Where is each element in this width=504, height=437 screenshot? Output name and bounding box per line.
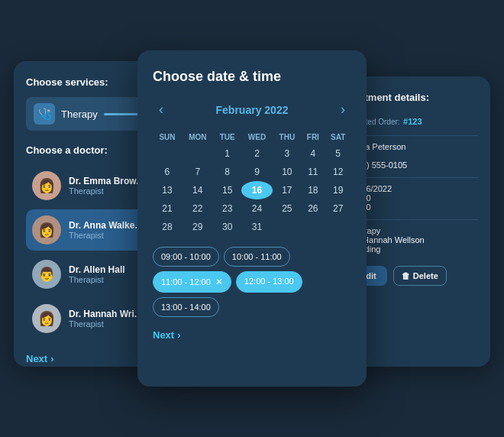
calendar-day-27[interactable]: 27: [325, 199, 351, 218]
time-slots: 09:00 - 10:00 10:00 - 11:00 11:00 - 12:0…: [153, 247, 351, 317]
appt-actions: Edit 🗑 Delete: [350, 266, 478, 286]
doctor-name-emma: Dr. Emma Brow...: [69, 176, 144, 186]
calendar-day-1[interactable]: 1: [214, 144, 241, 163]
related-order-value[interactable]: #123: [403, 117, 422, 126]
calendar-day-29[interactable]: 29: [182, 218, 214, 236]
weekday-sun: SUN: [153, 130, 182, 144]
timeslot-1100-label: 11:00 - 12:00: [161, 277, 211, 286]
calendar-day-3[interactable]: 3: [273, 144, 301, 163]
left-next-label: Next: [26, 353, 47, 364]
calendar-empty-cell: [182, 144, 214, 163]
appt-doctor: Dr. Hannah Wellson: [350, 235, 478, 244]
patient-id: 156: [350, 151, 478, 160]
right-arrow-icon: ›: [50, 353, 53, 364]
avatar-emma: 👩: [32, 171, 61, 200]
appt-service-type: Therapy: [350, 226, 478, 235]
doctor-name-anna: Dr. Anna Walke...: [69, 220, 142, 231]
calendar-day-31[interactable]: 31: [241, 218, 273, 236]
calendar-day-26[interactable]: 26: [301, 199, 325, 218]
timeslot-1200[interactable]: 12:00 - 13:00: [236, 271, 302, 293]
calendar-day-19[interactable]: 19: [325, 181, 351, 199]
calendar-day-15[interactable]: 15: [214, 181, 241, 199]
divider-3: [350, 219, 478, 220]
date-time-modal: Choose date & time ‹ February 2022 › SUN…: [137, 50, 367, 387]
avatar-hannah: 👩: [32, 304, 61, 333]
patient-phone: (303) 555-0105: [350, 160, 478, 170]
calendar-day-8[interactable]: 8: [214, 163, 241, 181]
doctor-role-hannah: Therapist: [69, 319, 142, 329]
calendar-day-18[interactable]: 18: [301, 181, 325, 199]
weekday-mon: MON: [182, 130, 214, 144]
calendar-empty-cell: [273, 218, 301, 236]
calendar-day-4[interactable]: 4: [301, 144, 325, 163]
doctor-role-emma: Therapist: [69, 186, 144, 196]
avatar-allen: 👨: [32, 260, 61, 289]
calendar-header: ‹ February 2022 ›: [153, 100, 351, 119]
doctor-name-hannah: Dr. Hannah Wri...: [69, 309, 142, 319]
calendar-day-11[interactable]: 11: [301, 163, 325, 181]
calendar-day-30[interactable]: 30: [214, 218, 241, 236]
prev-month-button[interactable]: ‹: [153, 100, 170, 119]
modal-title: Choose date & time: [153, 69, 351, 85]
timeslot-1100[interactable]: 11:00 - 12:00 ✕: [153, 271, 231, 293]
calendar-day-28[interactable]: 28: [153, 218, 182, 236]
next-month-button[interactable]: ›: [334, 100, 351, 119]
calendar-day-17[interactable]: 17: [273, 181, 301, 199]
doctor-role-allen: Therapist: [69, 275, 125, 284]
timeslot-0900[interactable]: 09:00 - 10:00: [153, 247, 219, 267]
appt-card-title: ointment details:: [350, 92, 478, 103]
patient-name-field: Darla Peterson 156 (303) 555-0105: [350, 142, 478, 170]
appt-date: 02/16/2022: [350, 184, 478, 193]
calendar-grid: SUN MON TUE WED THU FRI SAT 123456789101…: [153, 130, 351, 236]
delete-button[interactable]: 🗑 Delete: [393, 266, 447, 286]
delete-label: Delete: [413, 271, 438, 280]
divider-1: [350, 135, 478, 136]
modal-next-arrow-icon: ›: [177, 329, 180, 341]
weekday-fri: FRI: [301, 130, 325, 144]
calendar-day-12[interactable]: 12: [325, 163, 351, 181]
related-order-field: Related Order: #123: [350, 114, 478, 128]
appt-status: Pending: [350, 244, 478, 254]
calendar-day-25[interactable]: 25: [273, 199, 301, 218]
calendar-day-9[interactable]: 9: [241, 163, 273, 181]
service-icon: 🩺: [34, 103, 55, 125]
calendar-empty-cell: [325, 218, 351, 236]
avatar-anna: 👩: [32, 215, 61, 244]
doctor-name-allen: Dr. Allen Hall: [69, 264, 125, 275]
weekday-thu: THU: [273, 130, 301, 144]
weekday-wed: WED: [241, 130, 273, 144]
calendar-day-16[interactable]: 16: [241, 181, 273, 199]
trash-icon: 🗑: [402, 271, 410, 280]
calendar-day-22[interactable]: 22: [182, 199, 214, 218]
timeslot-1000[interactable]: 10:00 - 11:00: [224, 247, 290, 267]
calendar-day-10[interactable]: 10: [273, 163, 301, 181]
calendar-day-21[interactable]: 21: [153, 199, 182, 218]
calendar-day-24[interactable]: 24: [241, 199, 273, 218]
close-timeslot-icon[interactable]: ✕: [215, 277, 223, 287]
weekday-tue: TUE: [214, 130, 241, 144]
timeslot-1300[interactable]: 13:00 - 14:00: [153, 297, 219, 317]
doctor-role-anna: Therapist: [69, 231, 142, 240]
calendar-day-2[interactable]: 2: [241, 144, 273, 163]
modal-next-button[interactable]: Next ›: [153, 329, 351, 341]
calendar-day-23[interactable]: 23: [214, 199, 241, 218]
calendar-empty-cell: [301, 218, 325, 236]
calendar-day-14[interactable]: 14: [182, 181, 214, 199]
patient-name: Darla Peterson: [350, 142, 478, 151]
calendar-empty-cell: [153, 144, 182, 163]
calendar-day-7[interactable]: 7: [182, 163, 214, 181]
appt-time-end: 12:30: [350, 202, 478, 212]
calendar-day-6[interactable]: 6: [153, 163, 182, 181]
modal-next-label: Next: [153, 329, 174, 341]
calendar-month: February 2022: [216, 104, 289, 116]
divider-2: [350, 177, 478, 178]
appt-date-field: 02/16/2022 11:30 12:30: [350, 184, 478, 212]
calendar-day-5[interactable]: 5: [325, 144, 351, 163]
service-name: Therapy: [61, 108, 98, 120]
appt-service-field: Therapy Dr. Hannah Wellson Pending: [350, 226, 478, 254]
weekday-sat: SAT: [325, 130, 351, 144]
appt-time-start: 11:30: [350, 193, 478, 202]
calendar-day-13[interactable]: 13: [153, 181, 182, 199]
